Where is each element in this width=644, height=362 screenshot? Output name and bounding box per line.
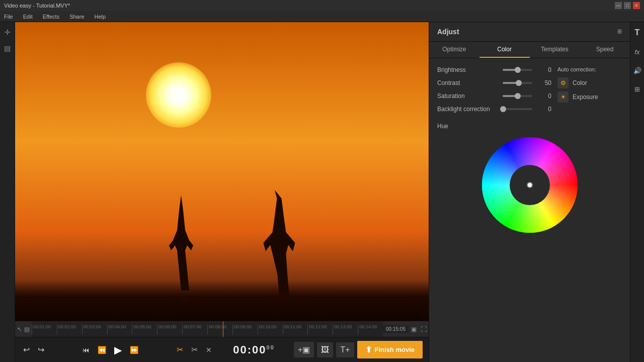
saturation-slider[interactable] xyxy=(503,95,532,97)
add-photo-button[interactable]: 🖼 xyxy=(317,342,333,357)
adjust-panel: Adjust ≡ Optimize Color Templates Speed … xyxy=(429,22,630,362)
silhouette-left xyxy=(161,190,201,291)
silhouette-right xyxy=(257,190,302,296)
hue-wheel-container xyxy=(437,135,622,235)
sliders-section: Brightness 0 Contrast xyxy=(437,66,551,119)
saturation-label: Saturation xyxy=(437,93,503,100)
ruler-mark-1: 00:01:00 xyxy=(32,324,57,334)
main-area: ✛ ▤ ↖ ▤ 00:01:00 00:02:00 00:03:00 00: xyxy=(0,22,644,362)
auto-correction-section: Auto correction: ⚙ Color ☀ Exposure xyxy=(551,66,622,119)
rewind-button[interactable]: ⏪ xyxy=(96,344,108,356)
ruler-mark-11: 00:11:00 xyxy=(283,324,308,334)
timeline-ruler[interactable]: 00:01:00 00:02:00 00:03:00 00:04:00 00:0… xyxy=(32,321,383,337)
timecode-frames: 00 xyxy=(267,344,275,350)
ruler-marks: 00:01:00 00:02:00 00:03:00 00:04:00 00:0… xyxy=(32,321,383,337)
left-sidebar: ✛ ▤ xyxy=(0,22,15,362)
timeline-tools: ↖ ▤ xyxy=(15,326,32,333)
ruler-mark-8: 00:08:00 xyxy=(207,324,232,334)
left-tool-bars[interactable]: ▤ xyxy=(2,42,13,54)
auto-exposure-icon: ☀ xyxy=(557,92,569,103)
timecode-display: 00:0000 xyxy=(218,343,290,356)
undo-button[interactable]: ↩ xyxy=(21,343,32,356)
tab-speed[interactable]: Speed xyxy=(580,42,630,58)
hue-canvas[interactable] xyxy=(479,135,580,235)
contrast-label: Contrast xyxy=(437,79,503,86)
finish-label: Finish movie xyxy=(375,346,415,353)
scissors-button[interactable]: ✂ xyxy=(175,343,185,356)
delete-button[interactable]: ✕ xyxy=(204,344,214,356)
contrast-slider[interactable] xyxy=(503,82,532,84)
menu-file[interactable]: File xyxy=(2,13,15,21)
tab-color[interactable]: Color xyxy=(479,42,530,58)
ruler-mark-3: 00:03:00 xyxy=(82,324,107,334)
contrast-value: 50 xyxy=(536,79,551,86)
play-button[interactable]: ▶ xyxy=(112,342,124,358)
finish-movie-button[interactable]: ⬆ Finish movie xyxy=(357,341,423,358)
menubar: File Edit Effects Share Help xyxy=(0,11,644,22)
adjust-menu-icon[interactable]: ≡ xyxy=(617,27,622,36)
menu-help[interactable]: Help xyxy=(93,13,108,21)
auto-color-item[interactable]: ⚙ Color xyxy=(557,77,622,88)
sliders-auto-wrapper: Brightness 0 Contrast xyxy=(437,66,622,119)
add-clip-button[interactable]: +▣ xyxy=(294,342,314,357)
tab-optimize[interactable]: Optimize xyxy=(429,42,479,58)
playhead-time: 00:15:05 xyxy=(383,325,409,333)
adjust-header: Adjust ≡ xyxy=(429,22,630,42)
maximize-button[interactable]: □ xyxy=(624,2,631,9)
right-tool-grid[interactable]: ⊞ xyxy=(632,83,642,95)
auto-exposure-item[interactable]: ☀ Exposure xyxy=(557,92,622,103)
split-button[interactable]: ✂ xyxy=(189,343,200,356)
auto-color-label: Color xyxy=(573,79,587,86)
ruler-mark-12: 00:12:00 xyxy=(307,324,333,334)
transport-controls: ↩ ↪ ⏮ ⏪ ▶ ⏩ ✂ ✂ ✕ 00:0000 +▣ 🖼 T+ ⬆ Fini… xyxy=(15,337,429,362)
backlight-row: Backlight correction 0 xyxy=(437,106,551,113)
adjust-tabs: Optimize Color Templates Speed xyxy=(429,42,630,58)
right-tool-audio[interactable]: 🔊 xyxy=(631,65,643,76)
titlebar: Video easy - Tutorial.MVY* — □ ✕ xyxy=(0,0,644,11)
grass-overlay xyxy=(15,281,429,321)
backlight-value: 0 xyxy=(536,106,551,113)
timeline-expand-icon[interactable]: ⛶ xyxy=(419,321,429,337)
ruler-mark-5: 00:05:00 xyxy=(132,324,157,334)
left-tool-cursor[interactable]: ✛ xyxy=(3,26,13,38)
right-tool-fx[interactable]: fx xyxy=(632,46,641,58)
brightness-slider[interactable] xyxy=(503,69,532,71)
timeline-tool-bars[interactable]: ▤ xyxy=(24,326,30,333)
backlight-label: Backlight correction xyxy=(437,106,503,113)
ruler-mark-7: 00:07:00 xyxy=(182,324,207,334)
playhead[interactable] xyxy=(223,321,223,337)
right-sidebar: T fx 🔊 ⊞ xyxy=(630,22,644,362)
adjust-title: Adjust xyxy=(437,28,459,36)
close-button[interactable]: ✕ xyxy=(633,2,640,9)
window-controls: — □ ✕ xyxy=(615,2,640,9)
timeline-end-icon: ▣ xyxy=(409,321,419,337)
brightness-row: Brightness 0 xyxy=(437,66,551,73)
window-title: Video easy - Tutorial.MVY* xyxy=(4,3,70,9)
preview-container: ↖ ▤ 00:01:00 00:02:00 00:03:00 00:04:00 … xyxy=(15,22,429,362)
fast-forward-button[interactable]: ⏩ xyxy=(128,344,140,356)
add-text-button[interactable]: T+ xyxy=(336,342,354,357)
minimize-button[interactable]: — xyxy=(615,2,622,9)
hue-wheel[interactable] xyxy=(479,135,580,235)
saturation-value: 0 xyxy=(536,93,551,100)
menu-edit[interactable]: Edit xyxy=(21,13,35,21)
ruler-mark-6: 00:06:00 xyxy=(157,324,182,334)
menu-effects[interactable]: Effects xyxy=(41,13,61,21)
lens-flare xyxy=(181,82,187,88)
skip-to-start-button[interactable]: ⏮ xyxy=(80,344,92,356)
tab-templates[interactable]: Templates xyxy=(530,42,580,58)
timeline-tool-cursor[interactable]: ↖ xyxy=(17,326,22,333)
saturation-row: Saturation 0 xyxy=(437,93,551,100)
auto-exposure-label: Exposure xyxy=(573,94,598,101)
ruler-mark-14: 00:14:00 xyxy=(358,324,383,334)
right-tool-T[interactable]: T xyxy=(633,26,642,39)
timeline-bar: ↖ ▤ 00:01:00 00:02:00 00:03:00 00:04:00 … xyxy=(15,321,429,337)
ruler-mark-4: 00:04:00 xyxy=(107,324,132,334)
menu-share[interactable]: Share xyxy=(67,13,86,21)
hue-section: Hue xyxy=(437,123,622,235)
ruler-mark-13: 00:13:00 xyxy=(333,324,358,334)
finish-icon: ⬆ xyxy=(365,345,372,354)
backlight-slider[interactable] xyxy=(503,108,532,110)
auto-correction-title: Auto correction: xyxy=(557,66,622,72)
redo-button[interactable]: ↪ xyxy=(36,343,46,356)
